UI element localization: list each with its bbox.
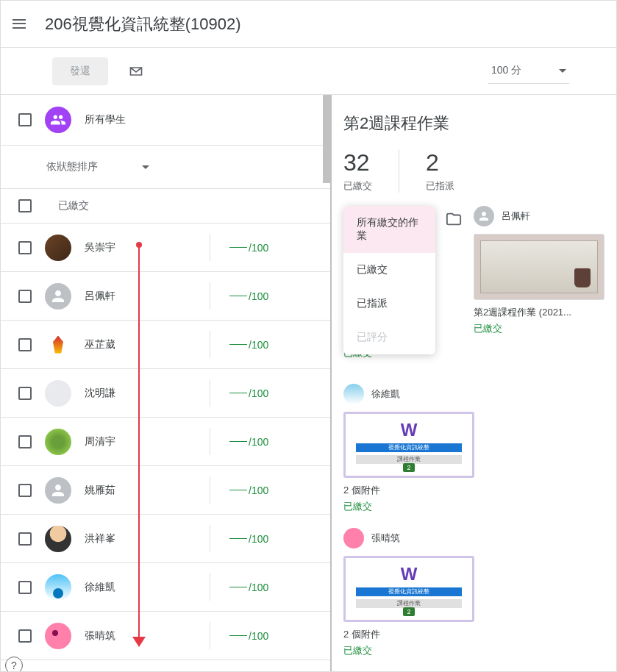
student-name: 周清宇 — [85, 435, 210, 448]
student-name: 吳崇宇 — [85, 241, 210, 254]
student-row[interactable]: 洪祥峯/100 — [1, 515, 330, 563]
student-avatar — [45, 429, 71, 455]
score-input[interactable]: /100 — [210, 573, 330, 601]
all-students-row[interactable]: 所有學生 — [1, 95, 330, 146]
student-row[interactable]: 巫芷葳/100 — [1, 321, 330, 369]
status-group-header: 已繳交 — [1, 189, 330, 224]
student-avatar — [45, 477, 71, 504]
student-row[interactable]: 徐維凱/100 — [1, 563, 330, 612]
assignment-detail-panel: 第2週課程作業 32 已繳交 2 已指派 已繳交 所有繳交的作業 已繳交 已指派… — [332, 95, 616, 672]
submissions-grid: 徐維凱 W視覺化資訊統整課程作業2 2 個附件 已繳交 張晴筑 W視覺化資訊統整… — [343, 384, 604, 672]
sort-select[interactable]: 依狀態排序 — [1, 146, 330, 189]
student-row[interactable]: 姚雁茹/100 — [1, 466, 330, 515]
stats-row: 32 已繳交 2 已指派 — [343, 149, 604, 193]
select-group-checkbox[interactable] — [18, 199, 32, 212]
student-avatar — [45, 332, 71, 358]
student-avatar — [474, 206, 494, 226]
score-input[interactable]: /100 — [210, 622, 330, 649]
submission-student-name: 張晴筑 — [371, 532, 400, 545]
status-opt-graded: 已評分 — [343, 321, 435, 354]
score-input[interactable]: /100 — [210, 379, 330, 407]
score-input[interactable]: /100 — [210, 525, 330, 552]
submission-caption: 第2週課程作業 (2021... — [474, 306, 604, 319]
status-opt-all[interactable]: 所有繳交的作業 — [343, 206, 435, 253]
student-avatar — [45, 623, 71, 649]
points-label: 100 分 — [491, 64, 521, 77]
stat-turned-in[interactable]: 32 已繳交 — [343, 149, 372, 193]
student-row[interactable]: 呂佩軒/100 — [1, 272, 330, 321]
score-input[interactable]: /100 — [210, 331, 330, 358]
chevron-down-icon — [559, 69, 566, 73]
submission-student-name: 呂佩軒 — [502, 210, 530, 223]
status-opt-turnedin[interactable]: 已繳交 — [343, 253, 435, 287]
stat-assigned[interactable]: 2 已指派 — [426, 149, 454, 193]
student-checkbox[interactable] — [18, 629, 32, 643]
assignment-title: 第2週課程作業 — [343, 112, 604, 135]
submission-card[interactable]: 張晴筑 W視覺化資訊統整課程作業2 2 個附件 已繳交 — [343, 528, 474, 657]
sort-label: 依狀態排序 — [46, 160, 98, 174]
student-checkbox[interactable] — [18, 532, 32, 546]
student-checkbox[interactable] — [18, 241, 32, 254]
student-row[interactable]: 周清宇/100 — [1, 418, 330, 466]
student-checkbox[interactable] — [18, 435, 32, 448]
score-input[interactable]: /100 — [210, 234, 330, 261]
return-button[interactable]: 發還 — [52, 57, 108, 85]
student-avatar — [45, 380, 71, 407]
email-icon[interactable] — [123, 58, 149, 85]
score-input[interactable]: /100 — [210, 428, 330, 455]
student-avatar — [45, 283, 71, 310]
student-avatar — [45, 574, 71, 601]
select-all-checkbox[interactable] — [18, 113, 32, 126]
status-opt-assigned[interactable]: 已指派 — [343, 287, 435, 321]
student-avatar — [343, 528, 364, 548]
scrollbar[interactable] — [323, 95, 330, 183]
submission-status: 已繳交 — [343, 644, 474, 657]
student-list: 吳崇宇/100呂佩軒/100巫芷葳/100沈明謙/100周清宇/100姚雁茹/1… — [1, 224, 330, 660]
app-header: 206視覺化資訊統整(10902) — [1, 1, 616, 48]
all-students-label: 所有學生 — [85, 113, 126, 126]
points-select[interactable]: 100 分 — [488, 58, 569, 84]
student-avatar — [343, 384, 364, 404]
menu-icon[interactable] — [13, 15, 30, 33]
submission-thumbnail[interactable]: W視覺化資訊統整課程作業2 — [343, 556, 474, 622]
submission-caption: 2 個附件 — [343, 484, 474, 497]
folder-icon[interactable] — [444, 206, 463, 232]
student-name: 沈明謙 — [85, 387, 210, 400]
student-list-panel: 所有學生 依狀態排序 已繳交 吳崇宇/100呂佩軒/100巫芷葳/100沈明謙/… — [1, 95, 332, 672]
submission-thumbnail[interactable]: W視覺化資訊統整課程作業2 — [343, 412, 474, 478]
submission-card[interactable]: 呂佩軒 第2週課程作業 (2021... 已繳交 — [474, 206, 604, 335]
student-checkbox[interactable] — [18, 581, 32, 594]
submission-caption: 2 個附件 — [343, 628, 474, 641]
student-row[interactable]: 沈明謙/100 — [1, 369, 330, 418]
submission-status: 已繳交 — [343, 500, 474, 513]
submission-status: 已繳交 — [474, 322, 604, 335]
status-filter-dropdown[interactable]: 所有繳交的作業 已繳交 已指派 已評分 — [343, 206, 435, 354]
status-group-label: 已繳交 — [58, 199, 89, 212]
student-name: 姚雁茹 — [85, 484, 210, 497]
student-checkbox[interactable] — [18, 387, 32, 400]
submission-card[interactable]: 徐維凱 W視覺化資訊統整課程作業2 2 個附件 已繳交 — [343, 384, 474, 513]
people-icon — [45, 107, 71, 133]
student-checkbox[interactable] — [18, 338, 32, 351]
student-row[interactable]: 張晴筑/100 — [1, 612, 330, 660]
student-name: 呂佩軒 — [85, 290, 210, 303]
app-title: 206視覺化資訊統整(10902) — [45, 13, 241, 35]
student-avatar — [45, 235, 71, 261]
help-icon[interactable]: ? — [5, 657, 23, 672]
student-name: 巫芷葳 — [85, 338, 210, 351]
submission-thumbnail[interactable] — [474, 234, 604, 300]
chevron-down-icon — [142, 165, 149, 169]
student-name: 張晴筑 — [85, 629, 210, 643]
action-bar: 發還 100 分 — [1, 48, 616, 95]
student-row[interactable]: 吳崇宇/100 — [1, 224, 330, 272]
student-checkbox[interactable] — [18, 484, 32, 497]
student-name: 徐維凱 — [85, 581, 210, 594]
score-input[interactable]: /100 — [210, 476, 330, 504]
student-checkbox[interactable] — [18, 290, 32, 303]
student-avatar — [45, 526, 71, 552]
score-input[interactable]: /100 — [210, 282, 330, 310]
student-name: 洪祥峯 — [85, 532, 210, 546]
submission-student-name: 徐維凱 — [371, 387, 400, 401]
